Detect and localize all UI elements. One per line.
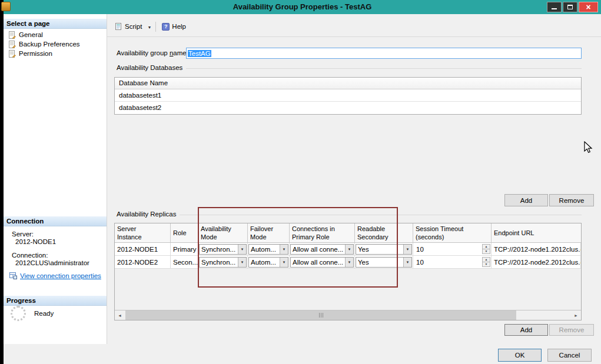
availability-databases-section: Availability Databases xyxy=(117,64,582,72)
column-header-connections-in-primary-role: Connections in Primary Role xyxy=(290,223,355,242)
page-icon xyxy=(8,50,16,58)
chevron-down-icon: ▼ xyxy=(283,248,286,251)
grid-empty-area xyxy=(115,269,581,310)
server-instance-cell: 2012-NODE2 xyxy=(115,256,171,268)
availability-mode-combo[interactable]: Synchron... ▼ xyxy=(199,257,247,268)
connection-properties-icon xyxy=(9,272,17,279)
availability-replicas-section: Availability Replicas xyxy=(117,210,582,218)
databases-grid: Database Name databasetest1 databasetest… xyxy=(114,77,582,115)
scrollbar-grip xyxy=(319,313,320,318)
horizontal-scrollbar[interactable]: ◄ ► xyxy=(115,310,581,320)
sidebar-item-permission[interactable]: Permission xyxy=(4,49,107,58)
session-timeout-cell: 10 ▲ ▼ xyxy=(413,256,492,268)
scroll-left-button[interactable]: ◄ xyxy=(115,310,125,320)
combo-value: Allow all conne... xyxy=(291,246,345,253)
column-header-endpoint-url: Endpoint URL xyxy=(492,223,581,242)
minimize-button[interactable] xyxy=(547,2,562,12)
combo-dropdown-button[interactable]: ▼ xyxy=(403,258,411,267)
ok-button[interactable]: OK xyxy=(498,349,542,362)
availability-mode-combo[interactable]: Synchron... ▼ xyxy=(199,244,247,255)
replicas-add-button[interactable]: Add xyxy=(504,324,548,336)
combo-dropdown-button[interactable]: ▼ xyxy=(280,245,288,254)
session-timeout-input[interactable]: 10 ▲ ▼ xyxy=(414,257,490,268)
progress-status: Ready xyxy=(34,310,54,317)
database-row[interactable]: databasetest1 xyxy=(115,89,581,102)
database-row[interactable]: databasetest2 xyxy=(115,102,581,114)
toolbar: Script ▼ ? Help xyxy=(111,19,190,34)
combo-dropdown-button[interactable]: ▼ xyxy=(345,258,353,267)
close-button[interactable]: × xyxy=(579,2,598,12)
spin-down-button[interactable]: ▼ xyxy=(482,249,490,254)
combo-dropdown-button[interactable]: ▼ xyxy=(345,245,353,254)
availability-mode-cell: Synchron... ▼ xyxy=(198,243,248,255)
sidebar-item-label: Permission xyxy=(19,50,52,57)
failover-mode-cell: Autom... ▼ xyxy=(248,243,290,255)
combo-value: Synchron... xyxy=(200,259,238,266)
replicas-grid: Server Instance Role Availability Mode F… xyxy=(114,223,582,320)
combo-value: Autom... xyxy=(249,259,280,266)
replicas-header-row: Server Instance Role Availability Mode F… xyxy=(115,223,581,243)
availability-replicas-label: Availability Replicas xyxy=(117,211,176,218)
scroll-right-button[interactable]: ► xyxy=(571,310,581,320)
section-rule xyxy=(186,68,582,69)
availability-databases-label: Availability Databases xyxy=(117,64,182,71)
readable-secondary-combo[interactable]: Yes ▼ xyxy=(356,257,412,268)
toolbar-divider xyxy=(107,36,601,37)
databases-remove-button[interactable]: Remove xyxy=(549,194,594,206)
connections-primary-role-cell: Allow all conne... ▼ xyxy=(290,243,355,255)
combo-value: Synchron... xyxy=(200,246,238,253)
combo-value: Allow all conne... xyxy=(291,259,345,266)
combo-dropdown-button[interactable]: ▼ xyxy=(280,258,288,267)
sidebar-item-label: Backup Preferences xyxy=(19,41,80,48)
chevron-down-icon: ▼ xyxy=(283,261,286,264)
scrollbar-thumb[interactable] xyxy=(125,310,516,320)
availability-group-name-label: Availability group name: xyxy=(117,49,188,56)
databases-add-button[interactable]: Add xyxy=(504,194,548,206)
scrollbar-grip xyxy=(323,313,323,318)
view-connection-properties-link[interactable]: View connection properties xyxy=(9,272,101,279)
script-dropdown-button[interactable]: ▼ xyxy=(145,22,153,31)
sidebar: Select a page General Backup Preferences… xyxy=(4,14,107,344)
section-rule xyxy=(180,215,582,215)
select-page-header: Select a page xyxy=(4,19,107,29)
combo-dropdown-button[interactable]: ▼ xyxy=(238,258,246,267)
scrollbar-grip xyxy=(321,313,321,318)
combo-value: Autom... xyxy=(249,246,280,253)
scroll-right-icon: ► xyxy=(574,313,578,318)
availability-group-name-input[interactable]: TestAG xyxy=(186,48,582,59)
failover-mode-combo[interactable]: Autom... ▼ xyxy=(248,257,288,268)
session-timeout-value: 10 xyxy=(414,246,424,253)
script-button[interactable]: Script xyxy=(111,21,145,32)
chevron-down-icon: ▼ xyxy=(348,248,351,251)
replica-row[interactable]: 2012-NODE2 Secon... Synchron... ▼ Autom.… xyxy=(115,256,581,269)
cancel-button[interactable]: Cancel xyxy=(547,349,592,362)
scroll-left-icon: ◄ xyxy=(118,313,122,318)
scrollbar-track[interactable] xyxy=(125,310,571,320)
help-button-label: Help xyxy=(172,23,186,30)
combo-dropdown-button[interactable]: ▼ xyxy=(238,245,246,254)
combo-value: Yes xyxy=(356,246,403,253)
chevron-down-icon: ▼ xyxy=(406,248,410,251)
readable-secondary-cell: Yes ▼ xyxy=(355,243,413,255)
connections-primary-role-combo[interactable]: Allow all conne... ▼ xyxy=(290,257,354,268)
close-icon: × xyxy=(586,2,590,12)
spin-down-button[interactable]: ▼ xyxy=(482,262,490,267)
dialog-window: Availability Group Properties - TestAG ×… xyxy=(4,0,601,364)
combo-value: Yes xyxy=(356,259,403,266)
sidebar-item-backup-preferences[interactable]: Backup Preferences xyxy=(4,39,107,49)
readable-secondary-combo[interactable]: Yes ▼ xyxy=(356,244,412,255)
sidebar-item-general[interactable]: General xyxy=(4,30,107,39)
combo-dropdown-button[interactable]: ▼ xyxy=(403,245,411,254)
session-timeout-input[interactable]: 10 ▲ ▼ xyxy=(414,244,490,255)
connection-header: Connection xyxy=(4,216,107,226)
connections-primary-role-combo[interactable]: Allow all conne... ▼ xyxy=(290,244,354,255)
help-button[interactable]: ? Help xyxy=(158,21,190,32)
connection-value: 2012CLUS\administrator xyxy=(15,259,89,268)
titlebar[interactable]: Availability Group Properties - TestAG × xyxy=(4,0,601,14)
progress-spinner-icon xyxy=(11,306,26,321)
replica-row[interactable]: 2012-NODE1 Primary Synchron... ▼ Autom..… xyxy=(115,243,581,256)
footer: OK Cancel xyxy=(4,344,601,364)
maximize-button[interactable] xyxy=(563,2,577,12)
column-header-role: Role xyxy=(171,223,198,242)
failover-mode-combo[interactable]: Autom... ▼ xyxy=(248,244,288,255)
